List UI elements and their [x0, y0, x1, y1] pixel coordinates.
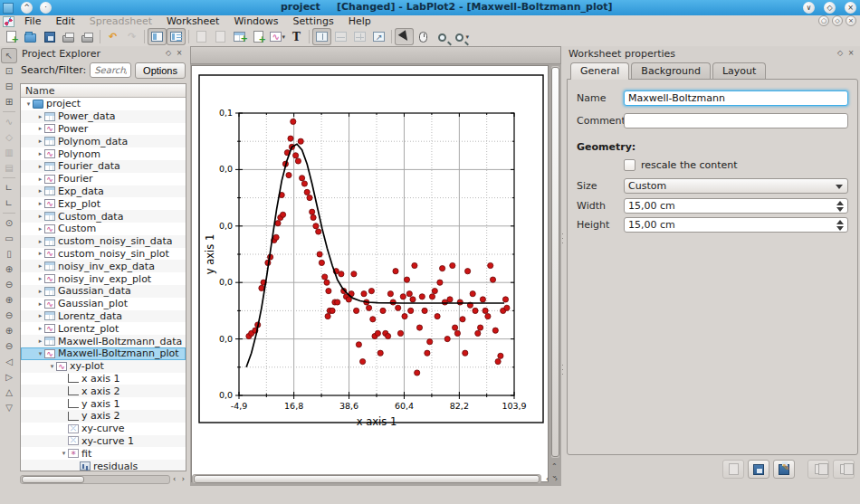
- tree-item-maxwell-boltzmann-plot[interactable]: ▾∿Maxwell-Boltzmann_plot: [21, 347, 186, 360]
- spin-arrows-icon[interactable]: [836, 201, 844, 212]
- zoom-in-tool[interactable]: ⊕: [1, 262, 17, 277]
- search-input[interactable]: [90, 62, 131, 78]
- magnification-button[interactable]: ▾: [452, 28, 471, 45]
- maxwell-boltzmann-plot[interactable]: -4,916,838,660,482,2103,90,00,00,00,00,0…: [197, 73, 545, 428]
- tree-item-gaussian-plot[interactable]: ▸∿Gaussian_plot: [21, 298, 186, 310]
- menu-worksheet[interactable]: Worksheet: [159, 15, 226, 27]
- tree-expander-icon[interactable]: ▸: [36, 150, 44, 157]
- tree-item-power[interactable]: ▸∿Power: [21, 123, 186, 136]
- save-template-button[interactable]: [748, 460, 769, 479]
- tree-expander-icon[interactable]: ▸: [36, 176, 44, 183]
- edit-template-button[interactable]: [773, 460, 795, 479]
- tree-expander-icon[interactable]: ▸: [36, 325, 44, 332]
- tree-expander-icon[interactable]: ▾: [48, 363, 56, 370]
- menu-help[interactable]: Help: [341, 15, 378, 27]
- mdi-close-button[interactable]: ×: [846, 15, 856, 26]
- tree-item-polynom[interactable]: ▸∿Polynom: [21, 147, 186, 160]
- tree-item-custom-noisy-sin-plot[interactable]: ▸∿custom_noisy_sin_plot: [21, 248, 186, 261]
- tree-item-xy-curve[interactable]: ⤫xy-curve: [21, 423, 186, 435]
- undo-button[interactable]: ↶: [103, 28, 122, 45]
- tree-item-maxwell-boltzmann-data[interactable]: ▸Maxwell-Boltzmann_data: [21, 335, 186, 347]
- name-field[interactable]: Maxwell-Boltzmann: [624, 90, 848, 106]
- window-close-button[interactable]: ×: [845, 2, 856, 14]
- scrollbar-arrows-icon[interactable]: ‹ ›: [546, 475, 559, 483]
- tree-item-fourier-data[interactable]: ▸Fourier_data: [21, 160, 186, 173]
- tree-expander-icon[interactable]: ▸: [36, 213, 44, 220]
- zoom-x-select-tool[interactable]: ⊟: [1, 79, 17, 94]
- tree-item-y-axis-1[interactable]: y axis 1: [21, 397, 186, 410]
- text-label-button[interactable]: T: [287, 28, 306, 45]
- tree-item-x-axis-1[interactable]: x axis 1: [21, 373, 186, 385]
- tree-item-exp-plot[interactable]: ▸∿Exp_plot: [21, 197, 186, 210]
- window-minimize-button[interactable]: ∨: [803, 2, 815, 14]
- tree-expander-icon[interactable]: ▸: [36, 338, 44, 345]
- tree-item-xy-plot[interactable]: ▾∿xy-plot: [21, 360, 186, 373]
- comment-field[interactable]: [624, 113, 848, 128]
- navigate-mode-button[interactable]: [414, 28, 433, 45]
- dock-float-icon[interactable]: ◇: [835, 48, 846, 59]
- worksheet-vscrollbar[interactable]: ⌃⌄: [549, 65, 561, 482]
- spin-arrows-icon[interactable]: [836, 220, 844, 231]
- zoom-select-mode-button[interactable]: [433, 28, 452, 45]
- zoom-y-select-tool[interactable]: ⊞: [1, 94, 17, 109]
- new-spreadsheet-button[interactable]: [230, 28, 249, 45]
- shift-down-y-tool[interactable]: ▽: [1, 400, 17, 415]
- tree-item-x-axis-2[interactable]: x axis 2: [21, 385, 186, 397]
- auto-scale-y-tool[interactable]: ▯: [1, 246, 17, 262]
- dock-float-icon[interactable]: ◇: [163, 48, 174, 59]
- size-combobox[interactable]: Custom: [624, 178, 848, 194]
- rescale-checkbox[interactable]: [624, 159, 635, 171]
- tree-item-residuals[interactable]: residuals: [21, 460, 186, 471]
- height-spinbox[interactable]: 15,00 cm: [624, 217, 848, 233]
- menu-file[interactable]: File: [17, 15, 48, 27]
- select-mode-button[interactable]: [395, 28, 414, 45]
- tree-expander-icon[interactable]: ▾: [36, 350, 44, 357]
- auto-scale-x-tool[interactable]: ▭: [1, 231, 17, 246]
- open-project-button[interactable]: [21, 28, 40, 45]
- print-preview-button[interactable]: [78, 28, 97, 45]
- auto-scale-tool[interactable]: ⊙: [1, 215, 17, 231]
- zoom-select-tool[interactable]: ⊡: [1, 63, 17, 79]
- tree-item-fourier[interactable]: ▸∿Fourier: [21, 173, 186, 185]
- worksheet-hscrollbar[interactable]: ‹ ›: [190, 472, 561, 486]
- shift-right-x-tool[interactable]: ▷: [1, 369, 17, 385]
- tree-item-polynom-data[interactable]: ▸Polynom_data: [21, 135, 186, 147]
- zoom-out-y-tool[interactable]: ⊖: [1, 338, 17, 354]
- tree-expander-icon[interactable]: ▸: [36, 300, 44, 308]
- tree-item-custom[interactable]: ▸∿Custom: [21, 223, 186, 235]
- window-shade-button[interactable]: ^: [21, 2, 33, 14]
- add-y-axis-tool[interactable]: ∟: [1, 195, 17, 211]
- tree-item-custom-noisy-sin-data[interactable]: ▸custom_noisy_sin_data: [21, 235, 186, 248]
- zoom-out-tool[interactable]: ⊖: [1, 277, 17, 292]
- tree-item-xy-curve-1[interactable]: ⤫xy-curve 1: [21, 435, 186, 448]
- tab-general[interactable]: General: [570, 62, 629, 80]
- menu-edit[interactable]: Edit: [48, 15, 81, 27]
- tree-item-lorentz-plot[interactable]: ▸∿Lorentz_plot: [21, 322, 186, 335]
- tree-expander-icon[interactable]: ▸: [36, 275, 44, 282]
- tree-item-fit[interactable]: ▾∗fit: [21, 447, 186, 460]
- print-button[interactable]: [59, 28, 78, 45]
- tree-expander-icon[interactable]: ▸: [36, 187, 44, 195]
- new-plot-button[interactable]: ∿▾: [268, 28, 287, 45]
- tree-expander-icon[interactable]: ▸: [36, 262, 44, 270]
- dock-close-icon[interactable]: ×: [174, 48, 185, 59]
- tree-expander-icon[interactable]: ▸: [36, 250, 44, 257]
- tree-expander-icon[interactable]: ▸: [36, 163, 44, 170]
- tree-expander-icon[interactable]: ▾: [60, 450, 68, 457]
- new-plot-dropdown-icon[interactable]: ▾: [282, 33, 285, 41]
- dock-close-icon[interactable]: ×: [846, 48, 856, 59]
- tree-item-project[interactable]: ▾project: [21, 98, 186, 110]
- tree-expander-icon[interactable]: ▸: [36, 225, 44, 233]
- tree-item-lorentz-data[interactable]: ▸Lorentz_data: [21, 310, 186, 323]
- tree-item-exp-data[interactable]: ▸Exp_data: [21, 185, 186, 198]
- tree-item-noisy-inv-exp-data[interactable]: ▸noisy_inv_exp_data: [21, 260, 186, 272]
- tab-layout[interactable]: Layout: [712, 62, 766, 80]
- tree-item-y-axis-2[interactable]: y axis 2: [21, 410, 186, 423]
- tree-expander-icon[interactable]: ▸: [36, 200, 44, 207]
- add-x-axis-tool[interactable]: ∟: [1, 180, 17, 195]
- shift-left-x-tool[interactable]: ◁: [1, 354, 17, 369]
- toggle-project-explorer-button[interactable]: [148, 28, 167, 45]
- tree-item-gaussian-data[interactable]: ▸Gaussian_data: [21, 285, 186, 298]
- toggle-properties-explorer-button[interactable]: [167, 28, 186, 45]
- zoom-in-x-tool[interactable]: ⊕: [1, 292, 17, 308]
